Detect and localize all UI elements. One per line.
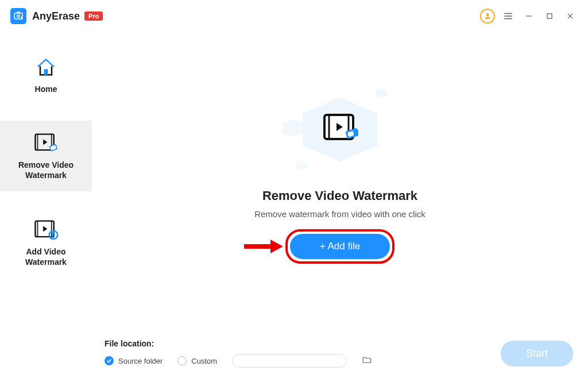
minimize-button[interactable] (521, 9, 536, 24)
close-button[interactable] (563, 9, 578, 24)
remove-video-watermark-icon (34, 131, 58, 155)
radio-label: Source folder (118, 357, 163, 365)
account-icon[interactable] (480, 9, 495, 24)
svg-point-2 (486, 13, 489, 16)
hero-illustration (283, 87, 397, 173)
app-logo-icon (10, 8, 26, 24)
sidebar-item-remove-video-watermark[interactable]: Remove Video Watermark (0, 121, 92, 191)
folder-icon[interactable] (362, 354, 372, 367)
svg-rect-4 (44, 69, 48, 75)
source-folder-radio[interactable]: Source folder (105, 356, 163, 365)
annotation-arrow-icon (244, 237, 285, 256)
svg-point-1 (17, 15, 20, 18)
custom-path-input[interactable] (232, 354, 347, 368)
sidebar-item-label: Add Video Watermark (25, 246, 67, 267)
sidebar-item-label: Remove Video Watermark (18, 160, 74, 180)
home-icon (34, 55, 58, 79)
pro-badge: Pro (84, 11, 103, 21)
start-button[interactable]: Start (501, 341, 573, 367)
sidebar: Home Remove Video Watermark Add Video Wa… (0, 32, 92, 378)
check-icon (105, 356, 114, 365)
maximize-button[interactable] (542, 9, 557, 24)
main-heading: Remove Video Watermark (262, 188, 417, 203)
svg-rect-3 (547, 14, 552, 18)
add-file-button[interactable]: + Add file (290, 234, 390, 259)
main-panel: Remove Video Watermark Remove watermark … (92, 32, 588, 378)
radio-label: Custom (191, 357, 217, 365)
sidebar-item-label: Home (35, 84, 57, 94)
radio-icon (177, 356, 187, 365)
custom-radio[interactable]: Custom (177, 356, 217, 365)
add-video-watermark-icon (34, 218, 58, 242)
sidebar-item-home[interactable]: Home (0, 45, 92, 105)
app-name: AnyErase (32, 10, 80, 22)
sidebar-item-add-video-watermark[interactable]: Add Video Watermark (0, 207, 92, 277)
titlebar: AnyErase Pro (0, 0, 588, 32)
menu-icon[interactable] (501, 9, 516, 24)
main-subheading: Remove watermark from video with one cli… (254, 209, 425, 219)
video-eraser-icon (323, 113, 358, 144)
